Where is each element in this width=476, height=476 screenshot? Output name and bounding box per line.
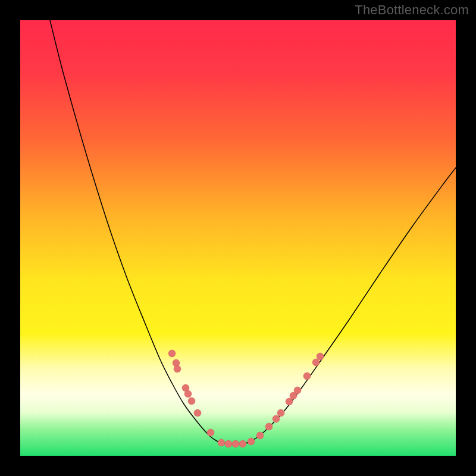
- data-marker: [239, 440, 246, 447]
- bottleneck-chart-svg: [20, 20, 456, 456]
- data-marker: [207, 429, 214, 436]
- watermark-text: TheBottleneck.com: [355, 2, 469, 18]
- data-marker: [273, 415, 280, 422]
- data-marker: [294, 387, 301, 394]
- data-marker: [168, 350, 176, 357]
- data-marker: [184, 390, 192, 397]
- data-marker: [188, 397, 195, 405]
- data-marker: [317, 353, 324, 360]
- data-marker: [286, 398, 293, 405]
- data-marker: [225, 440, 232, 447]
- plot-area: [20, 20, 456, 456]
- data-marker: [256, 432, 264, 439]
- data-marker: [218, 439, 225, 446]
- chart-frame: TheBottleneck.com: [0, 0, 476, 476]
- data-marker: [248, 438, 255, 445]
- data-marker: [265, 423, 273, 430]
- data-marker: [232, 440, 239, 447]
- data-marker: [312, 359, 320, 366]
- data-marker: [174, 365, 181, 372]
- data-marker: [194, 409, 201, 416]
- data-marker: [277, 409, 284, 416]
- data-marker: [303, 372, 311, 380]
- gradient-background: [20, 20, 456, 456]
